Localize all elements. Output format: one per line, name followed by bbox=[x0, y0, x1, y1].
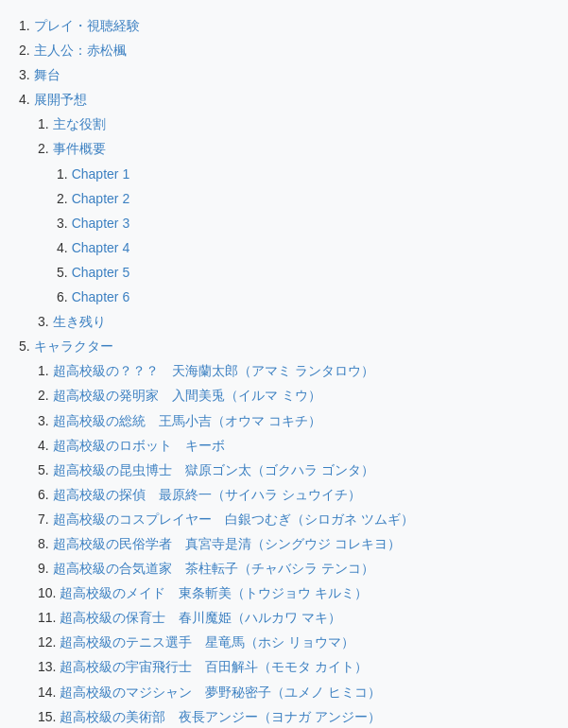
item-number: 3. bbox=[38, 311, 49, 333]
list-item: 1. 主な役割 bbox=[19, 113, 549, 135]
toc-link-chapter1[interactable]: Chapter 1 bbox=[72, 164, 129, 185]
toc-link-chapter3[interactable]: Chapter 3 bbox=[72, 213, 129, 234]
item-number: 3. bbox=[19, 64, 30, 86]
item-number: 10. bbox=[38, 582, 56, 604]
item-number: 8. bbox=[38, 533, 49, 555]
list-item: 11. 超高校級の保育士 春川魔姫（ハルカワ マキ） bbox=[19, 607, 549, 629]
list-item: 4. 展開予想 bbox=[19, 89, 549, 111]
toc-link-chapter5[interactable]: Chapter 5 bbox=[72, 262, 129, 284]
list-item: 5. 超高校級の昆虫博士 獄原ゴン太（ゴクハラ ゴンタ） bbox=[19, 459, 549, 481]
toc-link[interactable]: 生き残り bbox=[53, 311, 106, 333]
item-number: 5. bbox=[57, 262, 68, 284]
item-number: 2. bbox=[57, 188, 68, 210]
list-item: 3. 生き残り bbox=[19, 311, 549, 333]
list-item: 6. 超高校級の探偵 最原終一（サイハラ シュウイチ） bbox=[19, 484, 549, 506]
item-number: 1. bbox=[57, 164, 68, 185]
toc-link-chapter4[interactable]: Chapter 4 bbox=[72, 237, 129, 259]
toc-link[interactable]: プレイ・視聴経験 bbox=[34, 15, 140, 37]
toc-link-char1[interactable]: 超高校級の？？？ 天海蘭太郎（アマミ ランタロウ） bbox=[53, 360, 374, 382]
toc-link-char15[interactable]: 超高校級の美術部 夜長アンジー（ヨナガ アンジー） bbox=[60, 706, 381, 728]
list-item: 13. 超高校級の宇宙飛行士 百田解斗（モモタ カイト） bbox=[19, 656, 549, 678]
toc-link-char12[interactable]: 超高校級のテニス選手 星竜馬（ホシ リョウマ） bbox=[60, 632, 354, 653]
item-number: 6. bbox=[38, 484, 49, 506]
list-item: 2. Chapter 2 bbox=[19, 188, 549, 210]
item-number: 4. bbox=[19, 89, 30, 111]
list-item: 2. 超高校級の発明家 入間美兎（イルマ ミウ） bbox=[19, 385, 549, 407]
toc-link-char14[interactable]: 超高校級のマジシャン 夢野秘密子（ユメノ ヒミコ） bbox=[60, 682, 381, 703]
list-item: 8. 超高校級の民俗学者 真宮寺是清（シングウジ コレキヨ） bbox=[19, 533, 549, 555]
list-item: 6. Chapter 6 bbox=[19, 286, 549, 308]
list-item: 4. 超高校級のロボット キーボ bbox=[19, 435, 549, 457]
toc-link[interactable]: 主人公：赤松楓 bbox=[34, 40, 127, 61]
toc-link-char11[interactable]: 超高校級の保育士 春川魔姫（ハルカワ マキ） bbox=[60, 607, 341, 629]
item-number: 2. bbox=[19, 40, 30, 61]
list-item: 1. プレイ・視聴経験 bbox=[19, 15, 549, 37]
list-item: 5. キャラクター bbox=[19, 336, 549, 357]
item-number: 1. bbox=[38, 113, 49, 135]
item-number: 5. bbox=[19, 336, 30, 357]
item-number: 4. bbox=[38, 435, 49, 457]
toc-link[interactable]: 展開予想 bbox=[34, 89, 87, 111]
list-item: 3. 超高校級の総統 王馬小吉（オウマ コキチ） bbox=[19, 410, 549, 432]
item-number: 2. bbox=[38, 385, 49, 407]
list-item: 2. 事件概要 bbox=[19, 138, 549, 160]
list-item: 15. 超高校級の美術部 夜長アンジー（ヨナガ アンジー） bbox=[19, 706, 549, 728]
toc-link-char10[interactable]: 超高校級のメイド 東条斬美（トウジョウ キルミ） bbox=[60, 582, 368, 604]
item-number: 1. bbox=[38, 360, 49, 382]
item-number: 7. bbox=[38, 509, 49, 530]
item-number: 13. bbox=[38, 656, 56, 678]
toc-link[interactable]: 事件概要 bbox=[53, 138, 106, 160]
item-number: 3. bbox=[38, 410, 49, 432]
item-number: 11. bbox=[38, 607, 56, 629]
item-number: 3. bbox=[57, 213, 68, 234]
toc-link-chapter2[interactable]: Chapter 2 bbox=[72, 188, 129, 210]
table-of-contents: 1. プレイ・視聴経験 2. 主人公：赤松楓 3. 舞台 4. 展開予想 1. … bbox=[19, 15, 549, 728]
toc-link-char3[interactable]: 超高校級の総統 王馬小吉（オウマ コキチ） bbox=[53, 410, 321, 432]
toc-link-char9[interactable]: 超高校級の合気道家 茶柱転子（チャバシラ テンコ） bbox=[53, 558, 374, 580]
item-number: 4. bbox=[57, 237, 68, 259]
toc-link-char13[interactable]: 超高校級の宇宙飛行士 百田解斗（モモタ カイト） bbox=[60, 656, 368, 678]
list-item: 2. 主人公：赤松楓 bbox=[19, 40, 549, 61]
item-number: 15. bbox=[38, 706, 56, 728]
toc-link-char6[interactable]: 超高校級の探偵 最原終一（サイハラ シュウイチ） bbox=[53, 484, 361, 506]
toc-link-char8[interactable]: 超高校級の民俗学者 真宮寺是清（シングウジ コレキヨ） bbox=[53, 533, 401, 555]
toc-link[interactable]: 主な役割 bbox=[53, 113, 106, 135]
toc-link[interactable]: 舞台 bbox=[34, 64, 60, 86]
list-item: 3. Chapter 3 bbox=[19, 213, 549, 234]
item-number: 9. bbox=[38, 558, 49, 580]
item-number: 1. bbox=[19, 15, 30, 37]
list-item: 10. 超高校級のメイド 東条斬美（トウジョウ キルミ） bbox=[19, 582, 549, 604]
list-item: 7. 超高校級のコスプレイヤー 白銀つむぎ（シロガネ ツムギ） bbox=[19, 509, 549, 530]
list-item: 1. Chapter 1 bbox=[19, 164, 549, 185]
item-number: 2. bbox=[38, 138, 49, 160]
list-item: 1. 超高校級の？？？ 天海蘭太郎（アマミ ランタロウ） bbox=[19, 360, 549, 382]
item-number: 6. bbox=[57, 286, 68, 308]
toc-link[interactable]: キャラクター bbox=[34, 336, 113, 357]
toc-link-char7[interactable]: 超高校級のコスプレイヤー 白銀つむぎ（シロガネ ツムギ） bbox=[53, 509, 414, 530]
list-item: 9. 超高校級の合気道家 茶柱転子（チャバシラ テンコ） bbox=[19, 558, 549, 580]
toc-link-chapter6[interactable]: Chapter 6 bbox=[72, 286, 129, 308]
list-item: 5. Chapter 5 bbox=[19, 262, 549, 284]
list-item: 4. Chapter 4 bbox=[19, 237, 549, 259]
item-number: 12. bbox=[38, 632, 56, 653]
toc-link-char5[interactable]: 超高校級の昆虫博士 獄原ゴン太（ゴクハラ ゴンタ） bbox=[53, 459, 374, 481]
item-number: 5. bbox=[38, 459, 49, 481]
item-number: 14. bbox=[38, 682, 56, 703]
list-item: 3. 舞台 bbox=[19, 64, 549, 86]
list-item: 14. 超高校級のマジシャン 夢野秘密子（ユメノ ヒミコ） bbox=[19, 682, 549, 703]
toc-link-char2[interactable]: 超高校級の発明家 入間美兎（イルマ ミウ） bbox=[53, 385, 321, 407]
toc-link-char4[interactable]: 超高校級のロボット キーボ bbox=[53, 435, 225, 457]
list-item: 12. 超高校級のテニス選手 星竜馬（ホシ リョウマ） bbox=[19, 632, 549, 653]
